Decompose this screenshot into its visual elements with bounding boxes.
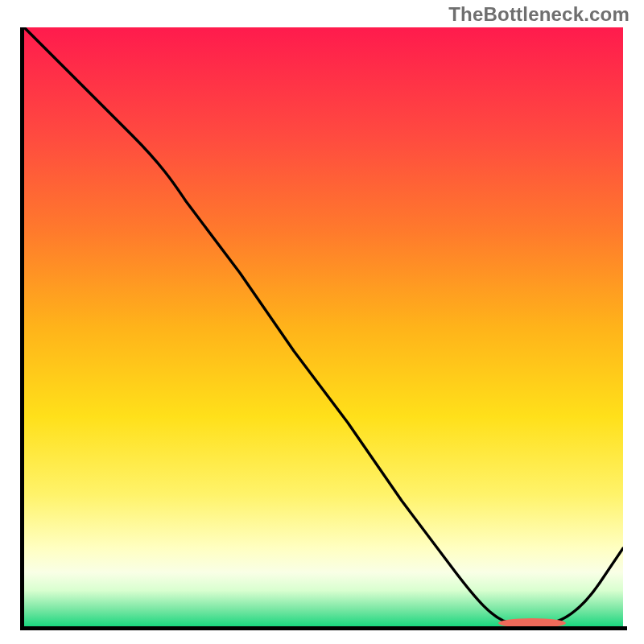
bottleneck-chart: TheBottleneck.com [0,0,644,644]
watermark-text: TheBottleneck.com [448,3,630,26]
x-axis [20,626,627,630]
optimal-point-marker [498,618,566,626]
plot-area [24,27,623,626]
marker-layer [24,27,623,626]
